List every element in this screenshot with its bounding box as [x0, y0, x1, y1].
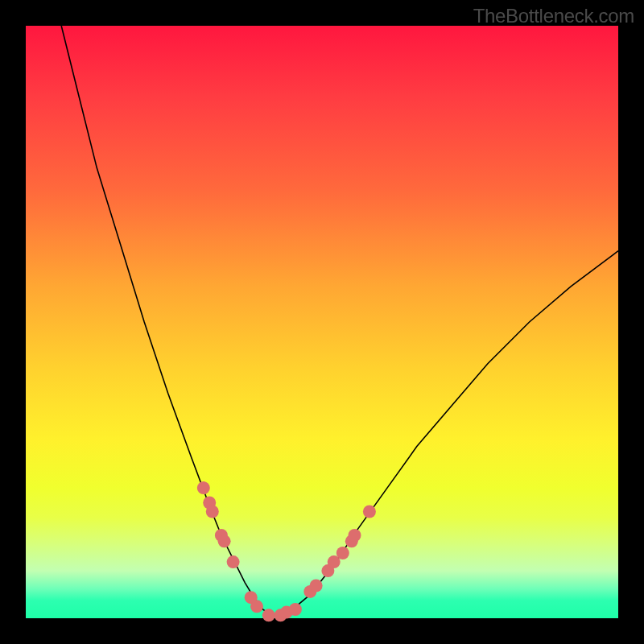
marker-dot — [250, 600, 263, 613]
chart-frame: TheBottleneck.com — [0, 0, 644, 644]
curve-svg — [26, 26, 618, 618]
marker-dot — [349, 529, 361, 542]
plot-area — [26, 26, 618, 618]
sample-markers — [197, 481, 376, 621]
marker-dot — [262, 609, 275, 621]
marker-dot — [310, 580, 323, 592]
bottleneck-curve — [61, 26, 618, 615]
marker-dot — [227, 555, 240, 568]
marker-dot — [336, 547, 349, 559]
watermark-text: TheBottleneck.com — [473, 5, 634, 27]
marker-dot — [206, 506, 219, 518]
marker-dot — [363, 506, 376, 518]
marker-dot — [218, 535, 231, 547]
marker-dot — [289, 603, 302, 616]
marker-dot — [197, 481, 210, 494]
